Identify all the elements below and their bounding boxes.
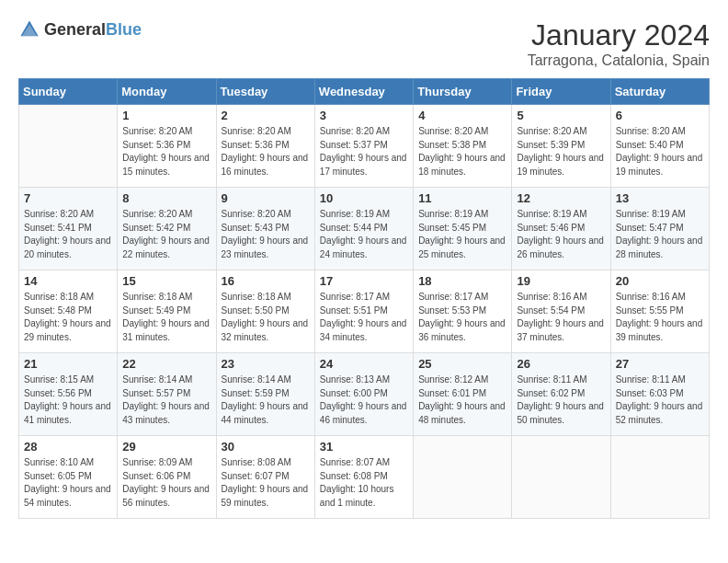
calendar-cell: 7Sunrise: 8:20 AMSunset: 5:41 PMDaylight… bbox=[19, 188, 118, 270]
calendar-cell: 14Sunrise: 8:18 AMSunset: 5:48 PMDayligh… bbox=[19, 270, 118, 353]
header-row: SundayMondayTuesdayWednesdayThursdayFrid… bbox=[19, 79, 710, 105]
day-number: 26 bbox=[517, 357, 605, 371]
calendar-cell: 20Sunrise: 8:16 AMSunset: 5:55 PMDayligh… bbox=[610, 270, 709, 353]
cell-info: Sunrise: 8:19 AMSunset: 5:46 PMDaylight:… bbox=[517, 208, 605, 261]
calendar-cell: 19Sunrise: 8:16 AMSunset: 5:54 PMDayligh… bbox=[512, 270, 610, 353]
calendar-cell: 11Sunrise: 8:19 AMSunset: 5:45 PMDayligh… bbox=[414, 188, 512, 270]
calendar-cell: 25Sunrise: 8:12 AMSunset: 6:01 PMDayligh… bbox=[414, 353, 512, 436]
day-number: 21 bbox=[24, 357, 112, 371]
cell-info: Sunrise: 8:18 AMSunset: 5:50 PMDaylight:… bbox=[222, 291, 310, 344]
cell-info: Sunrise: 8:20 AMSunset: 5:42 PMDaylight:… bbox=[122, 208, 210, 261]
day-number: 14 bbox=[24, 274, 112, 288]
cell-info: Sunrise: 8:19 AMSunset: 5:45 PMDaylight:… bbox=[418, 208, 506, 261]
cell-info: Sunrise: 8:16 AMSunset: 5:54 PMDaylight:… bbox=[517, 291, 605, 344]
calendar-cell: 23Sunrise: 8:14 AMSunset: 5:59 PMDayligh… bbox=[216, 353, 314, 436]
cell-info: Sunrise: 8:19 AMSunset: 5:44 PMDaylight:… bbox=[320, 208, 408, 261]
cell-info: Sunrise: 8:20 AMSunset: 5:41 PMDaylight:… bbox=[24, 208, 112, 261]
cell-info: Sunrise: 8:20 AMSunset: 5:40 PMDaylight:… bbox=[616, 125, 704, 178]
day-number: 30 bbox=[222, 440, 310, 454]
day-number: 8 bbox=[122, 191, 210, 205]
cell-info: Sunrise: 8:07 AMSunset: 6:08 PMDaylight:… bbox=[320, 456, 408, 510]
header-day-monday: Monday bbox=[118, 79, 216, 105]
header-day-sunday: Sunday bbox=[19, 79, 118, 105]
calendar-cell: 16Sunrise: 8:18 AMSunset: 5:50 PMDayligh… bbox=[216, 270, 314, 353]
calendar-cell: 24Sunrise: 8:13 AMSunset: 6:00 PMDayligh… bbox=[314, 353, 413, 436]
calendar-cell: 22Sunrise: 8:14 AMSunset: 5:57 PMDayligh… bbox=[118, 353, 216, 436]
day-number: 20 bbox=[616, 274, 704, 288]
calendar-cell: 31Sunrise: 8:07 AMSunset: 6:08 PMDayligh… bbox=[314, 436, 413, 519]
day-number: 18 bbox=[418, 274, 506, 288]
page-header: GeneralBlue January 2024 Tarragona, Cata… bbox=[18, 18, 710, 69]
calendar-cell bbox=[414, 436, 512, 519]
day-number: 24 bbox=[320, 357, 408, 371]
header-day-thursday: Thursday bbox=[414, 79, 512, 105]
cell-info: Sunrise: 8:11 AMSunset: 6:03 PMDaylight:… bbox=[616, 373, 704, 427]
logo: GeneralBlue bbox=[18, 18, 142, 40]
cell-info: Sunrise: 8:16 AMSunset: 5:55 PMDaylight:… bbox=[616, 291, 704, 344]
day-number: 15 bbox=[122, 274, 210, 288]
day-number: 11 bbox=[418, 191, 506, 205]
logo-blue: Blue bbox=[106, 20, 142, 39]
cell-info: Sunrise: 8:15 AMSunset: 5:56 PMDaylight:… bbox=[24, 373, 112, 427]
day-number: 27 bbox=[616, 357, 704, 371]
location-title: Tarragona, Catalonia, Spain bbox=[528, 52, 710, 69]
week-row-0: 1Sunrise: 8:20 AMSunset: 5:36 PMDaylight… bbox=[19, 105, 710, 188]
calendar-cell: 8Sunrise: 8:20 AMSunset: 5:42 PMDaylight… bbox=[118, 188, 216, 270]
calendar-cell: 17Sunrise: 8:17 AMSunset: 5:51 PMDayligh… bbox=[314, 270, 413, 353]
day-number: 28 bbox=[24, 440, 112, 454]
day-number: 12 bbox=[517, 191, 605, 205]
cell-info: Sunrise: 8:19 AMSunset: 5:47 PMDaylight:… bbox=[616, 208, 704, 261]
calendar-cell: 30Sunrise: 8:08 AMSunset: 6:07 PMDayligh… bbox=[216, 436, 314, 519]
day-number: 17 bbox=[320, 274, 408, 288]
month-title: January 2024 bbox=[528, 18, 710, 52]
cell-info: Sunrise: 8:18 AMSunset: 5:48 PMDaylight:… bbox=[24, 291, 112, 344]
day-number: 9 bbox=[222, 191, 310, 205]
cell-info: Sunrise: 8:18 AMSunset: 5:49 PMDaylight:… bbox=[122, 291, 210, 344]
day-number: 6 bbox=[616, 109, 704, 122]
logo-general: General bbox=[44, 20, 106, 39]
day-number: 7 bbox=[24, 191, 112, 205]
calendar-cell: 12Sunrise: 8:19 AMSunset: 5:46 PMDayligh… bbox=[512, 188, 610, 270]
calendar-cell: 18Sunrise: 8:17 AMSunset: 5:53 PMDayligh… bbox=[414, 270, 512, 353]
week-row-3: 21Sunrise: 8:15 AMSunset: 5:56 PMDayligh… bbox=[19, 353, 710, 436]
calendar-cell: 27Sunrise: 8:11 AMSunset: 6:03 PMDayligh… bbox=[610, 353, 709, 436]
calendar-cell: 9Sunrise: 8:20 AMSunset: 5:43 PMDaylight… bbox=[216, 188, 314, 270]
calendar-cell: 29Sunrise: 8:09 AMSunset: 6:06 PMDayligh… bbox=[118, 436, 216, 519]
header-day-friday: Friday bbox=[512, 79, 610, 105]
cell-info: Sunrise: 8:20 AMSunset: 5:38 PMDaylight:… bbox=[418, 125, 506, 178]
day-number: 4 bbox=[418, 109, 506, 122]
day-number: 16 bbox=[222, 274, 310, 288]
calendar-cell: 26Sunrise: 8:11 AMSunset: 6:02 PMDayligh… bbox=[512, 353, 610, 436]
title-block: January 2024 Tarragona, Catalonia, Spain bbox=[528, 18, 710, 69]
cell-info: Sunrise: 8:14 AMSunset: 5:59 PMDaylight:… bbox=[222, 373, 310, 427]
day-number: 5 bbox=[517, 109, 605, 122]
calendar-cell: 6Sunrise: 8:20 AMSunset: 5:40 PMDaylight… bbox=[610, 105, 709, 188]
cell-info: Sunrise: 8:08 AMSunset: 6:07 PMDaylight:… bbox=[222, 456, 310, 510]
day-number: 22 bbox=[122, 357, 210, 371]
day-number: 31 bbox=[320, 440, 408, 454]
cell-info: Sunrise: 8:20 AMSunset: 5:36 PMDaylight:… bbox=[222, 125, 310, 178]
cell-info: Sunrise: 8:14 AMSunset: 5:57 PMDaylight:… bbox=[122, 373, 210, 427]
calendar-cell: 4Sunrise: 8:20 AMSunset: 5:38 PMDaylight… bbox=[414, 105, 512, 188]
cell-info: Sunrise: 8:09 AMSunset: 6:06 PMDaylight:… bbox=[122, 456, 210, 510]
calendar-cell bbox=[19, 105, 118, 188]
calendar-cell: 2Sunrise: 8:20 AMSunset: 5:36 PMDaylight… bbox=[216, 105, 314, 188]
cell-info: Sunrise: 8:11 AMSunset: 6:02 PMDaylight:… bbox=[517, 373, 605, 427]
cell-info: Sunrise: 8:12 AMSunset: 6:01 PMDaylight:… bbox=[418, 373, 506, 427]
calendar-cell bbox=[512, 436, 610, 519]
cell-info: Sunrise: 8:17 AMSunset: 5:51 PMDaylight:… bbox=[320, 291, 408, 344]
calendar-cell: 15Sunrise: 8:18 AMSunset: 5:49 PMDayligh… bbox=[118, 270, 216, 353]
cell-info: Sunrise: 8:20 AMSunset: 5:37 PMDaylight:… bbox=[320, 125, 408, 178]
day-number: 1 bbox=[122, 109, 210, 122]
day-number: 3 bbox=[320, 109, 408, 122]
week-row-2: 14Sunrise: 8:18 AMSunset: 5:48 PMDayligh… bbox=[19, 270, 710, 353]
logo-icon bbox=[18, 18, 40, 40]
logo-text: GeneralBlue bbox=[44, 20, 142, 40]
calendar-cell: 3Sunrise: 8:20 AMSunset: 5:37 PMDaylight… bbox=[314, 105, 413, 188]
cell-info: Sunrise: 8:13 AMSunset: 6:00 PMDaylight:… bbox=[320, 373, 408, 427]
calendar-cell: 13Sunrise: 8:19 AMSunset: 5:47 PMDayligh… bbox=[610, 188, 709, 270]
calendar-table: SundayMondayTuesdayWednesdayThursdayFrid… bbox=[18, 78, 710, 519]
day-number: 19 bbox=[517, 274, 605, 288]
day-number: 25 bbox=[418, 357, 506, 371]
calendar-cell: 10Sunrise: 8:19 AMSunset: 5:44 PMDayligh… bbox=[314, 188, 413, 270]
